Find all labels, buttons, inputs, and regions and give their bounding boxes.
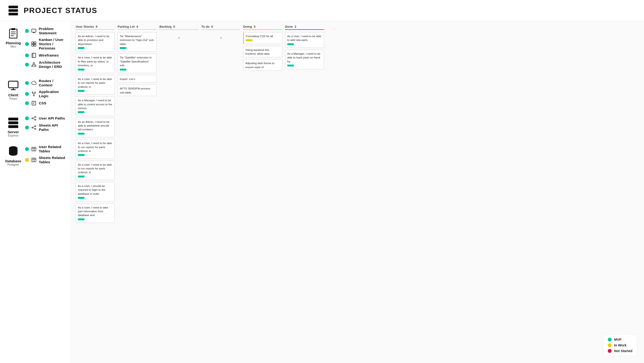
planning-label: Planning xyxy=(6,41,21,45)
svg-rect-38 xyxy=(8,122,18,124)
board-columns: User Stories 9 As an Admin, I need to be… xyxy=(76,25,639,225)
planning-icon-area: Planning Miro xyxy=(5,27,22,48)
card-text-us-1: As a User, I need to be able to filter p… xyxy=(78,56,112,67)
card-text-us-3: As a Manager, I need to be able to contr… xyxy=(78,98,112,110)
svg-point-28 xyxy=(34,92,36,93)
planning-item-1: Kanban / User Stories / Personas xyxy=(25,38,66,50)
database-items: User Related Tables Sheets Related Table… xyxy=(22,145,66,166)
col-header-done: Done 2 xyxy=(285,25,324,30)
monitor-list-icon-0 xyxy=(31,28,36,34)
card-us-0: As an Admin, I need to be able to provis… xyxy=(76,32,115,52)
database-icon-area: Database Postgres xyxy=(5,145,22,166)
planning-item-label-1: Kanban / User Stories / Personas xyxy=(39,38,66,50)
client-dot-1 xyxy=(25,92,29,96)
card-do-1: Tieing backend into frontend, allow data xyxy=(243,46,282,58)
server-item-label-0: User API Paths xyxy=(39,116,65,120)
col-count-done: 2 xyxy=(294,25,296,28)
col-count-user-stories: 9 xyxy=(96,25,98,28)
svg-line-49 xyxy=(33,128,35,129)
server-dot-0 xyxy=(25,116,29,120)
client-item-2: CSS xyxy=(25,100,66,106)
col-header-backlog: Backlog 0 xyxy=(160,25,198,30)
planning-dot-2 xyxy=(25,54,29,57)
card-tag-us-6 xyxy=(78,176,84,178)
card-tag-dn-1 xyxy=(287,64,294,66)
server-sublabel: Express xyxy=(8,134,18,137)
server-icon xyxy=(7,116,20,128)
todo-dot xyxy=(220,37,222,38)
database-item-label-0: User Related Tables xyxy=(39,145,66,153)
server-item-1: Sheets API Paths xyxy=(25,123,66,132)
planning-dot-3 xyxy=(25,63,29,66)
card-text-us-5: As a User, I need to be able to run repo… xyxy=(78,141,112,153)
backlog-placeholder xyxy=(160,32,198,44)
col-done: Done 2 As a User, I need to be able to a… xyxy=(285,25,324,71)
header: PROJECT STATUS xyxy=(0,0,644,21)
card-us-6: As a User, I need to be able to run repo… xyxy=(76,161,115,180)
svg-point-41 xyxy=(32,118,33,119)
legend-item-inwork: In Work xyxy=(608,343,632,347)
col-title-doing: Doing xyxy=(243,25,252,28)
card-pl-2: Import .csv's xyxy=(118,75,156,82)
client-icon-area: Client React xyxy=(5,79,22,100)
card-text-pl-3: AFTO 350/DIFM process sub-table, xyxy=(120,86,154,94)
card-dn-0: As a User, I need to be able to add new … xyxy=(285,32,324,48)
planning-sublabel: Miro xyxy=(10,45,16,48)
card-tag-do-0 xyxy=(246,39,252,41)
database-item-0: User Related Tables xyxy=(25,145,66,153)
legend-dot-mvp xyxy=(608,338,612,342)
server-section: Server Express User API P xyxy=(5,116,66,137)
card-tag-us-4 xyxy=(78,133,84,135)
client-item-label-0: Routes / Context xyxy=(39,79,66,87)
backlog-dot xyxy=(178,37,180,38)
svg-point-40 xyxy=(35,116,36,118)
client-sublabel: React xyxy=(10,97,17,100)
server-icon-area: Server Express xyxy=(5,116,22,137)
database-sublabel: Postgres xyxy=(7,163,19,166)
grid-icon xyxy=(31,42,36,46)
clipboard-icon xyxy=(7,27,20,40)
card-text-us-6: As a User, I need to be able to run repo… xyxy=(78,163,112,174)
card-us-5: As a User, I need to be able to run repo… xyxy=(76,139,115,158)
client-items: Routes / Context xyxy=(22,79,66,108)
planning-dot-0 xyxy=(25,29,29,33)
card-text-us-7: As a User, I should be required to login… xyxy=(78,184,112,196)
card-text-us-8: As a User, I need to take part informati… xyxy=(78,206,112,217)
col-title-done: Done xyxy=(285,25,293,28)
legend-item-notstarted: Not Started xyxy=(608,349,632,353)
card-text-pl-0: Tie "Maintenance" extension to "Sign-Out… xyxy=(120,34,154,46)
svg-rect-19 xyxy=(34,66,36,67)
todo-placeholder xyxy=(201,32,240,44)
client-label: Client xyxy=(8,93,18,97)
svg-rect-24 xyxy=(8,81,18,88)
card-text-do-2: Adjusting dark theme to ensure ease of xyxy=(245,61,280,69)
card-us-3: As a Manager, I need to be able to contr… xyxy=(76,96,115,116)
card-us-7: As a User, I should be required to login… xyxy=(76,182,115,202)
legend-label-notstarted: Not Started xyxy=(614,349,632,353)
col-title-parking-lot: Parking Lot xyxy=(118,25,134,28)
database-item-label-1: Sheets Related Tables xyxy=(39,156,66,164)
server-items: User API Paths Sheets API Paths xyxy=(22,116,66,134)
database-dot-1 xyxy=(25,158,29,162)
svg-rect-1 xyxy=(8,9,18,12)
legend-label-inwork: In Work xyxy=(614,343,626,347)
planning-dot-1 xyxy=(25,42,29,46)
planning-item-label-3: Architecture Design / ERD xyxy=(39,60,66,69)
planning-item-label-2: Wireframes xyxy=(39,53,59,58)
legend-dot-inwork xyxy=(608,343,612,347)
client-item-label-2: CSS xyxy=(39,101,46,105)
table-icon-0 xyxy=(31,146,36,152)
col-header-parking-lot: Parking Lot 4 xyxy=(118,25,156,30)
database-dot-0 xyxy=(25,147,29,151)
cloud-icon xyxy=(31,80,36,86)
card-do-2: Adjusting dark theme to ensure ease of xyxy=(243,59,282,71)
card-tag-us-2 xyxy=(78,90,84,92)
col-parking-lot: Parking Lot 4 Tie "Maintenance" extensio… xyxy=(118,25,156,98)
card-us-8: As a User, I need to take part informati… xyxy=(76,204,115,223)
legend-dot-notstarted xyxy=(608,349,612,353)
svg-rect-37 xyxy=(8,118,18,120)
svg-rect-18 xyxy=(32,66,33,67)
card-text-do-1: Tieing backend into frontend, allow data xyxy=(245,48,280,56)
svg-rect-15 xyxy=(32,53,36,58)
svg-rect-14 xyxy=(34,44,36,46)
